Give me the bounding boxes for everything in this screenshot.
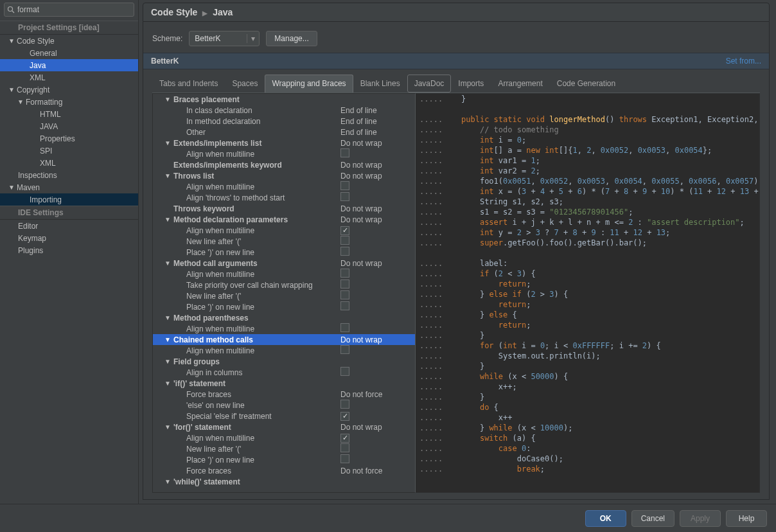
tab-tabs-indents[interactable]: Tabs and Indents bbox=[152, 75, 225, 93]
ok-button[interactable]: OK bbox=[585, 510, 626, 527]
opt-chained-method-calls[interactable]: ▼Chained method callsDo not wrap bbox=[153, 334, 415, 345]
checkbox[interactable] bbox=[340, 454, 349, 463]
help-button[interactable]: Help bbox=[726, 510, 767, 527]
tab-javadoc[interactable]: JavaDoc bbox=[407, 75, 452, 93]
opt-align-columns[interactable]: Align in columns bbox=[153, 367, 415, 378]
set-from-link[interactable]: Set from... bbox=[726, 57, 761, 66]
checkbox[interactable] bbox=[340, 181, 349, 190]
tree-xml-copyright[interactable]: XML bbox=[0, 157, 138, 169]
checkbox[interactable] bbox=[340, 345, 349, 354]
opt-braces-placement[interactable]: ▼Braces placement bbox=[153, 94, 415, 105]
apply-button[interactable]: Apply bbox=[680, 510, 721, 527]
opt-method-call-args[interactable]: ▼Method call argumentsDo not wrap bbox=[153, 258, 415, 269]
breadcrumb-leaf: Java bbox=[213, 7, 233, 17]
opt-else-new-line[interactable]: 'else' on new line bbox=[153, 400, 415, 411]
tree-html[interactable]: HTML bbox=[0, 108, 138, 120]
opt-align-multiline-2[interactable]: Align when multiline bbox=[153, 181, 415, 192]
checkbox[interactable] bbox=[340, 367, 349, 376]
opt-align-multiline-7[interactable]: Align when multiline✓ bbox=[153, 432, 415, 443]
tree-plugins[interactable]: Plugins bbox=[0, 244, 138, 256]
checkbox[interactable]: ✓ bbox=[340, 412, 349, 421]
checkbox[interactable] bbox=[340, 236, 349, 245]
opt-throws-kw[interactable]: Throws keywordDo not wrap bbox=[153, 203, 415, 214]
opt-in-class-decl[interactable]: In class declarationEnd of line bbox=[153, 105, 415, 116]
opt-align-multiline-5[interactable]: Align when multiline bbox=[153, 323, 415, 334]
tree-keymap[interactable]: Keymap bbox=[0, 232, 138, 244]
opt-newline-after-paren-2[interactable]: New line after '(' bbox=[153, 290, 415, 301]
opt-force-braces-2[interactable]: Force bracesDo not force bbox=[153, 465, 415, 476]
checkbox[interactable] bbox=[340, 443, 349, 452]
opt-extends-implements-kw[interactable]: Extends/implements keywordDo not wrap bbox=[153, 159, 415, 170]
opt-other[interactable]: OtherEnd of line bbox=[153, 127, 415, 137]
opt-throws-list[interactable]: ▼Throws listDo not wrap bbox=[153, 170, 415, 181]
opt-align-multiline-1[interactable]: Align when multiline bbox=[153, 148, 415, 159]
checkbox[interactable] bbox=[340, 192, 349, 201]
opt-align-throws[interactable]: Align 'throws' to method start bbox=[153, 192, 415, 203]
checkbox[interactable]: ✓ bbox=[340, 434, 349, 443]
tab-spaces[interactable]: Spaces bbox=[225, 75, 265, 93]
chevron-down-icon: ▾ bbox=[247, 34, 255, 43]
opt-for-statement[interactable]: ▼'for()' statementDo not wrap bbox=[153, 421, 415, 432]
opt-special-else-if[interactable]: Special 'else if' treatment✓ bbox=[153, 411, 415, 421]
checkbox[interactable] bbox=[340, 323, 349, 332]
opt-if-statement[interactable]: ▼'if()' statement bbox=[153, 378, 415, 389]
tree-code-style[interactable]: ▼Code Style bbox=[0, 35, 138, 47]
tree-xml[interactable]: XML bbox=[0, 71, 138, 84]
checkbox[interactable] bbox=[340, 269, 349, 278]
opt-newline-after-paren-3[interactable]: New line after '(' bbox=[153, 443, 415, 454]
opt-method-decl-params[interactable]: ▼Method declaration parametersDo not wra… bbox=[153, 214, 415, 225]
tree-importing[interactable]: Importing bbox=[0, 193, 138, 206]
checkbox[interactable] bbox=[340, 400, 349, 409]
options-tree[interactable]: ▼Braces placement In class declarationEn… bbox=[152, 93, 416, 493]
search-input[interactable] bbox=[15, 5, 131, 14]
tab-wrapping-braces[interactable]: Wrapping and Braces bbox=[265, 75, 353, 93]
section-project-settings: Project Settings [idea] bbox=[0, 21, 138, 35]
tree-properties[interactable]: Properties bbox=[0, 132, 138, 145]
tree-java-copyright[interactable]: JAVA bbox=[0, 120, 138, 132]
breadcrumb: Code Style ▶ Java bbox=[143, 3, 770, 22]
tab-imports[interactable]: Imports bbox=[451, 75, 491, 93]
opt-place-paren-3[interactable]: Place ')' on new line bbox=[153, 454, 415, 465]
opt-place-paren-2[interactable]: Place ')' on new line bbox=[153, 301, 415, 312]
search-field[interactable] bbox=[4, 3, 134, 17]
opt-in-method-decl[interactable]: In method declarationEnd of line bbox=[153, 116, 415, 127]
scheme-combo[interactable]: BetterK ▾ bbox=[189, 31, 260, 46]
opt-place-paren-1[interactable]: Place ')' on new line bbox=[153, 247, 415, 258]
opt-force-braces-1[interactable]: Force bracesDo not force bbox=[153, 389, 415, 400]
tab-arrangement[interactable]: Arrangement bbox=[491, 75, 549, 93]
tree-inspections[interactable]: Inspections bbox=[0, 169, 138, 181]
settings-sidebar: Project Settings [idea] ▼Code Style Gene… bbox=[0, 0, 139, 504]
code-preview[interactable]: ..... } ..... public static void longerM… bbox=[416, 93, 760, 493]
cancel-button[interactable]: Cancel bbox=[631, 510, 675, 527]
opt-align-multiline-3[interactable]: Align when multiline✓ bbox=[153, 225, 415, 236]
opt-newline-after-paren-1[interactable]: New line after '(' bbox=[153, 236, 415, 247]
opt-while-statement[interactable]: ▼'while()' statement bbox=[153, 476, 415, 487]
opt-extends-implements[interactable]: ▼Extends/implements listDo not wrap bbox=[153, 137, 415, 148]
chevron-right-icon: ▶ bbox=[202, 10, 207, 17]
scheme-label: Scheme: bbox=[152, 34, 182, 43]
opt-align-multiline-4[interactable]: Align when multiline bbox=[153, 269, 415, 279]
tree-editor[interactable]: Editor bbox=[0, 220, 138, 232]
tree-copyright[interactable]: ▼Copyright bbox=[0, 84, 138, 96]
checkbox[interactable] bbox=[340, 290, 349, 299]
opt-method-parentheses[interactable]: ▼Method parentheses bbox=[153, 312, 415, 323]
tree-general[interactable]: General bbox=[0, 47, 138, 59]
checkbox[interactable] bbox=[340, 279, 349, 288]
manage-button[interactable]: Manage... bbox=[266, 31, 317, 46]
tree-java[interactable]: Java bbox=[0, 59, 138, 71]
tree-maven[interactable]: ▼Maven bbox=[0, 181, 138, 193]
tree-formatting[interactable]: ▼Formatting bbox=[0, 96, 138, 108]
tab-code-generation[interactable]: Code Generation bbox=[550, 75, 622, 93]
opt-field-groups[interactable]: ▼Field groups bbox=[153, 356, 415, 367]
tree-spi[interactable]: SPI bbox=[0, 145, 138, 157]
checkbox[interactable]: ✓ bbox=[340, 226, 349, 235]
svg-point-0 bbox=[8, 7, 13, 12]
breadcrumb-root: Code Style bbox=[151, 7, 197, 17]
checkbox[interactable] bbox=[340, 148, 349, 157]
opt-align-multiline-6[interactable]: Align when multiline bbox=[153, 345, 415, 356]
opt-take-priority[interactable]: Take priority over call chain wrapping bbox=[153, 279, 415, 290]
scheme-subheader: BetterK Set from... bbox=[143, 53, 769, 69]
tab-blank-lines[interactable]: Blank Lines bbox=[353, 75, 407, 93]
checkbox[interactable] bbox=[340, 247, 349, 256]
checkbox[interactable] bbox=[340, 301, 349, 310]
